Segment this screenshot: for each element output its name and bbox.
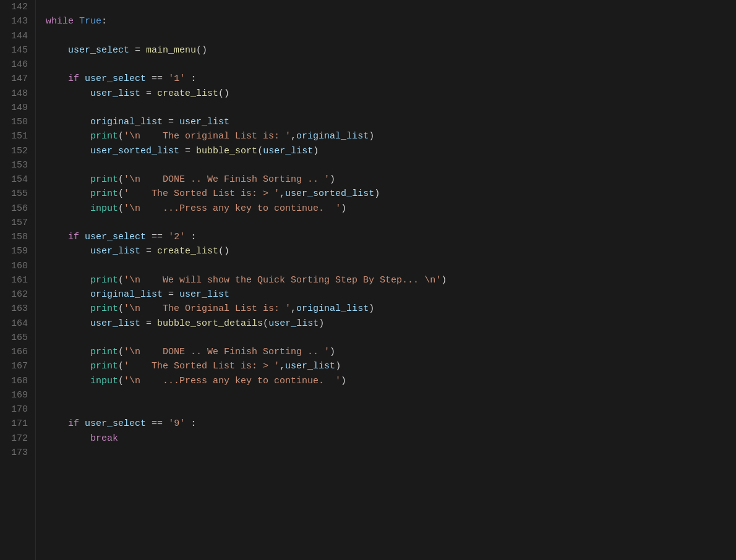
line-num-153: 153 — [5, 158, 28, 172]
line-num-143: 143 — [5, 14, 28, 28]
line-num-148: 148 — [5, 87, 28, 101]
line-num-144: 144 — [5, 29, 28, 43]
code-line-144 — [46, 29, 736, 43]
line-num-157: 157 — [5, 216, 28, 230]
code-line-167: print(' The Sorted List is: > ',user_lis… — [46, 359, 736, 373]
code-line-157 — [46, 216, 736, 230]
code-line-160 — [46, 259, 736, 273]
code-line-154: print('\n DONE .. We Finish Sorting .. '… — [46, 172, 736, 187]
code-line-168: input('\n ...Press any key to continue. … — [46, 374, 736, 388]
line-num-170: 170 — [5, 402, 28, 417]
code-line-173 — [46, 446, 736, 460]
line-num-152: 152 — [5, 144, 28, 158]
line-num-142: 142 — [5, 0, 28, 14]
line-num-166: 166 — [5, 345, 28, 359]
code-content[interactable]: while True: user_select = main_menu() if… — [36, 0, 736, 560]
code-line-164: user_list = bubble_sort_details(user_lis… — [46, 316, 736, 331]
line-num-145: 145 — [5, 43, 28, 57]
line-num-165: 165 — [5, 331, 28, 345]
line-num-149: 149 — [5, 101, 28, 115]
code-line-161: print('\n We will show the Quick Sorting… — [46, 273, 736, 287]
line-num-160: 160 — [5, 259, 28, 273]
code-line-170 — [46, 402, 736, 417]
code-line-172: break — [46, 431, 736, 446]
code-line-159: user_list = create_list() — [46, 244, 736, 258]
code-line-158: if user_select == '2' : — [46, 230, 736, 244]
code-line-143: while True: — [46, 14, 736, 28]
line-num-164: 164 — [5, 316, 28, 331]
code-line-171: if user_select == '9' : — [46, 417, 736, 431]
line-num-168: 168 — [5, 374, 28, 388]
code-line-165 — [46, 331, 736, 345]
line-num-171: 171 — [5, 417, 28, 431]
code-line-147: if user_select == '1' : — [46, 72, 736, 86]
code-line-153 — [46, 158, 736, 172]
code-line-150: original_list = user_list — [46, 115, 736, 129]
code-line-163: print('\n The Original List is: ',origin… — [46, 302, 736, 316]
code-line-155: print(' The Sorted List is: > ',user_sor… — [46, 187, 736, 201]
line-num-163: 163 — [5, 302, 28, 316]
code-line-152: user_sorted_list = bubble_sort(user_list… — [46, 144, 736, 158]
line-num-162: 162 — [5, 287, 28, 302]
code-line-166: print('\n DONE .. We Finish Sorting .. '… — [46, 345, 736, 359]
code-editor: 142 143 144 145 146 147 148 149 150 151 … — [0, 0, 736, 560]
code-line-145: user_select = main_menu() — [46, 43, 736, 57]
line-num-146: 146 — [5, 57, 28, 72]
code-line-146 — [46, 57, 736, 72]
code-line-156: input('\n ...Press any key to continue. … — [46, 202, 736, 216]
line-num-150: 150 — [5, 115, 28, 129]
code-line-149 — [46, 101, 736, 115]
line-num-156: 156 — [5, 202, 28, 216]
line-num-147: 147 — [5, 72, 28, 86]
line-num-169: 169 — [5, 388, 28, 402]
line-num-154: 154 — [5, 172, 28, 187]
line-num-173: 173 — [5, 446, 28, 460]
line-num-159: 159 — [5, 244, 28, 258]
line-num-161: 161 — [5, 273, 28, 287]
code-line-148: user_list = create_list() — [46, 87, 736, 101]
line-numbers: 142 143 144 145 146 147 148 149 150 151 … — [0, 0, 36, 560]
code-line-142 — [46, 0, 736, 14]
code-line-162: original_list = user_list — [46, 287, 736, 302]
line-num-172: 172 — [5, 431, 28, 446]
code-line-151: print('\n The original List is: ',origin… — [46, 129, 736, 143]
line-num-167: 167 — [5, 359, 28, 373]
code-line-169 — [46, 388, 736, 402]
line-num-158: 158 — [5, 230, 28, 244]
line-num-151: 151 — [5, 129, 28, 143]
line-num-155: 155 — [5, 187, 28, 201]
